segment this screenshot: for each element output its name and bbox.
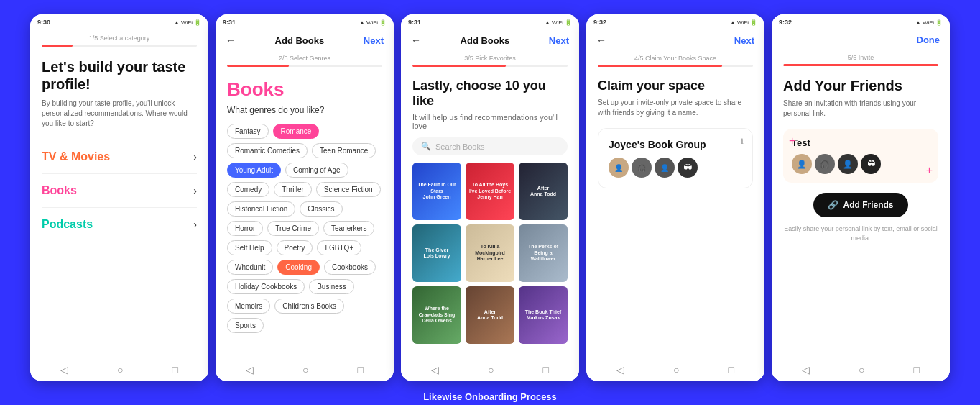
battery-icon-2: 🔋 [379, 19, 387, 26]
nav-back-1[interactable]: ◁ [60, 364, 68, 376]
nav-menu-2[interactable]: □ [358, 364, 364, 376]
tag-historical-fiction[interactable]: Historical Fiction [227, 201, 295, 217]
search-bar[interactable]: 🔍 Search Books [412, 137, 568, 155]
screen2-content: Books What genres do you like? Fantasy R… [216, 70, 394, 358]
add-friends-label: Add Friends [843, 200, 893, 210]
category-books-label: Books [42, 184, 77, 197]
tag-romance[interactable]: Romance [273, 124, 320, 139]
nav-menu-4[interactable]: □ [729, 364, 734, 376]
back-button-4[interactable]: ← [596, 35, 606, 46]
tag-sports[interactable]: Sports [227, 318, 264, 333]
tag-cooking[interactable]: Cooking [277, 260, 320, 275]
tag-lgbtq[interactable]: LGBTQ+ [317, 240, 361, 255]
info-icon: ℹ [741, 137, 744, 145]
nav-back-3[interactable]: ◁ [431, 364, 439, 376]
avatar-3: 👤 [655, 158, 675, 178]
tag-self-help[interactable]: Self Help [227, 240, 272, 255]
next-button-2[interactable]: Next [364, 35, 384, 46]
nav-home-1[interactable]: ○ [117, 364, 123, 376]
chevron-books-icon: › [193, 185, 197, 196]
book-6[interactable]: The Perks of Being a Wallflower [519, 224, 568, 282]
friends-card-label: Test [792, 137, 930, 148]
tag-science-fiction[interactable]: Science Fiction [316, 182, 381, 197]
nav-home-2[interactable]: ○ [302, 364, 308, 376]
tag-horror[interactable]: Horror [227, 221, 263, 236]
book-1[interactable]: The Fault in Our StarsJohn Green [412, 163, 461, 220]
tag-teen-romance[interactable]: Teen Romance [312, 143, 376, 158]
add-friends-button[interactable]: 🔗 Add Friends [813, 193, 907, 217]
nav-bar-1: ◁ ○ □ [30, 358, 208, 381]
progress-bar-fill-3 [412, 65, 506, 67]
friends-sub: Share an invitation with friends using y… [783, 99, 938, 119]
chevron-tv-icon: › [193, 151, 197, 163]
nav-home-5[interactable]: ○ [859, 364, 864, 376]
status-icons-4: ▲ WiFi 🔋 [730, 19, 757, 26]
tag-comedy[interactable]: Comedy [227, 182, 269, 197]
book-5[interactable]: To Kill a MockingbirdHarper Lee [466, 224, 514, 282]
tag-cookbooks[interactable]: Cookbooks [324, 260, 376, 275]
progress-area-4: 4/5 Claim Your Books Space [586, 50, 764, 70]
nav-menu-1[interactable]: □ [172, 364, 178, 376]
wifi-icon-2: WiFi [366, 19, 378, 26]
book-cover-3: AfterAnna Todd [519, 163, 568, 220]
next-button-3[interactable]: Next [549, 35, 569, 46]
wifi-icon-5: WiFi [923, 19, 934, 26]
back-button-2[interactable]: ← [226, 35, 236, 46]
book-3[interactable]: AfterAnna Todd [519, 163, 568, 220]
category-podcasts[interactable]: Podcasts › [42, 208, 197, 241]
progress-label-1: 1/5 Select a category [42, 35, 197, 42]
progress-label-2: 2/5 Select Genres [227, 55, 382, 62]
book-cover-7: Where the Crawdads SingDelia Owens [412, 286, 461, 344]
tag-classics[interactable]: Classics [300, 201, 342, 217]
friends-avatars: 👤 🎧 👤 🕶 [792, 154, 930, 174]
nav-back-5[interactable]: ◁ [802, 364, 810, 376]
friend-avatar-2: 🎧 [815, 154, 835, 174]
book-cover-1: The Fault in Our StarsJohn Green [412, 163, 461, 220]
books-heading: Books [227, 78, 382, 101]
tag-whodunit[interactable]: Whodunit [227, 260, 273, 275]
nav-menu-3[interactable]: □ [543, 364, 549, 376]
tag-coming-of-age[interactable]: Coming of Age [285, 163, 348, 178]
progress-label-3: 3/5 Pick Favorites [412, 55, 568, 62]
nav-home-3[interactable]: ○ [488, 364, 494, 376]
nav-menu-5[interactable]: □ [914, 364, 920, 376]
category-books[interactable]: Books › [42, 174, 197, 208]
book-9[interactable]: The Book ThiefMarkus Zusak [519, 286, 568, 344]
back-button-3[interactable]: ← [411, 35, 421, 46]
book-cover-5: To Kill a MockingbirdHarper Lee [466, 224, 514, 282]
add-friends-section: 🔗 Add Friends Easily share your personal… [783, 193, 938, 242]
progress-bar-bg-1 [42, 45, 197, 47]
tag-memoirs[interactable]: Memoirs [227, 299, 270, 314]
space-name: Joyce's Book Group [609, 139, 742, 150]
chevron-podcasts-icon: › [193, 219, 197, 230]
book-8[interactable]: AfterAnna Todd [466, 286, 514, 344]
book-4[interactable]: The GiverLois Lowry [412, 224, 461, 282]
nav-back-btn-4[interactable]: ◁ [616, 364, 624, 376]
tag-true-crime[interactable]: True Crime [267, 221, 319, 236]
link-icon: 🔗 [828, 200, 838, 210]
tag-poetry[interactable]: Poetry [277, 240, 313, 255]
progress-bar-fill-5 [783, 64, 938, 66]
book-2[interactable]: To All the Boys I've Loved BeforeJenny H… [466, 163, 514, 220]
category-tv[interactable]: TV & Movies › [42, 140, 197, 174]
done-button[interactable]: Done [917, 35, 940, 45]
tag-tearjerkers[interactable]: Tearjerkers [323, 221, 374, 236]
nav-home-4[interactable]: ○ [673, 364, 679, 376]
signal-icon: ▲ [174, 19, 180, 26]
progress-area-5: 5/5 Invite [772, 50, 950, 69]
nav-back-2[interactable]: ◁ [246, 364, 254, 376]
tag-business[interactable]: Business [309, 279, 354, 294]
battery-icon-3: 🔋 [565, 19, 572, 26]
next-button-4[interactable]: Next [734, 35, 754, 46]
tag-fantasy[interactable]: Fantasy [227, 124, 269, 139]
nav-bar-3: ◁ ○ □ [401, 358, 579, 381]
book-7[interactable]: Where the Crawdads SingDelia Owens [412, 286, 461, 344]
tag-holiday-cookbooks[interactable]: Holiday Cookbooks [227, 279, 305, 294]
tag-thriller[interactable]: Thriller [274, 182, 312, 197]
status-bar-3: 9:31 ▲ WiFi 🔋 [401, 14, 579, 30]
tag-romantic-comedies[interactable]: Romantic Comedies [227, 143, 308, 158]
avatar-1: 👤 [609, 158, 629, 178]
tag-young-adult[interactable]: Young Adult [227, 163, 281, 178]
tag-childrens-books[interactable]: Children's Books [274, 299, 344, 314]
search-icon: 🔍 [421, 142, 431, 151]
